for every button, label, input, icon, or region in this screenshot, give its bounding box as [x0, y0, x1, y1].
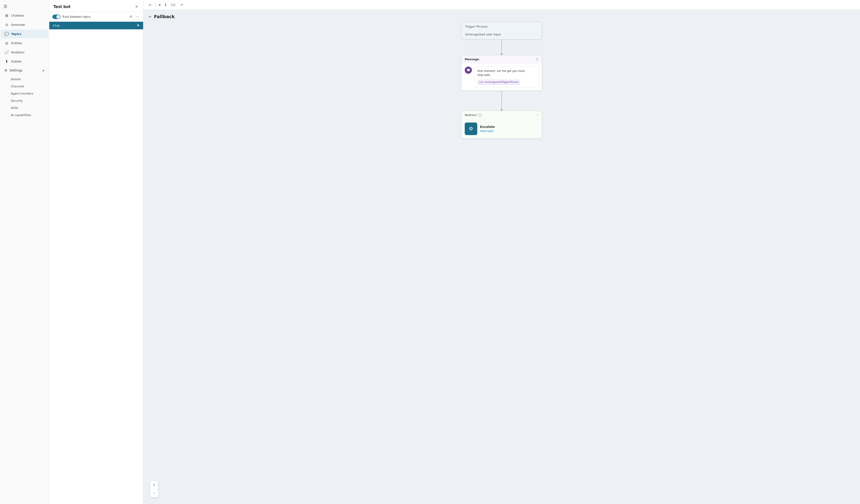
sub-label-details: Details	[11, 77, 21, 81]
sidebar-label-analytics: Analytics	[11, 51, 25, 54]
chatbots-icon: ⊞	[4, 13, 9, 18]
sidebar-label-settings: Settings	[10, 69, 23, 72]
escalate-icon: ⚙	[465, 123, 477, 135]
track-toggle-container: Track between topics	[53, 15, 91, 19]
message-node[interactable]: Message ⋮ 💬 One moment. Let me get you m…	[461, 55, 542, 91]
more-options-icon[interactable]: ⋯	[135, 14, 140, 20]
sidebar-sub-item-ai-capabilities[interactable]: AI capabilities	[1, 112, 48, 118]
redirect-header-label: Redirect	[465, 113, 477, 117]
canvas: ← Fallback Trigger Phrases Unrecognized …	[143, 10, 860, 504]
zoom-in-button[interactable]: +	[150, 481, 158, 489]
trigger-node[interactable]: Trigger Phrases Unrecognized user input	[461, 22, 542, 40]
sidebar-sub-item-channels[interactable]: Channels	[1, 83, 48, 90]
analytics-icon: 📈	[4, 50, 9, 55]
connector-dot-2	[501, 109, 503, 111]
chat-tab-label: Chat	[53, 24, 60, 27]
refresh-icon[interactable]: ↺	[128, 14, 133, 20]
variable-name: UnrecognizedTriggerPhrase	[485, 81, 518, 84]
test-panel-header: Test bot ✕	[49, 0, 143, 12]
zoom-out-button[interactable]: −	[150, 489, 158, 497]
connector-line-2	[501, 91, 502, 109]
redirect-node[interactable]: Redirect i ⋮ ⚙ Escalate View topic	[461, 111, 542, 139]
sub-label-channels: Channels	[11, 85, 24, 88]
overview-icon: ⊙	[4, 23, 9, 27]
test-panel-toolbar: Track between topics ↺ ⋯	[49, 12, 143, 22]
publish-icon: ⬆	[4, 59, 9, 63]
sidebar-label-chatbots: Chatbots	[11, 14, 24, 17]
dropdown-button[interactable]: ▾	[157, 2, 162, 8]
connector-dot-1	[501, 53, 503, 55]
canvas-title: Fallback	[154, 14, 175, 19]
message-text-line1: One moment. Let me get you more	[477, 69, 536, 73]
test-panel-title: Test bot	[53, 4, 71, 9]
sidebar-item-overview[interactable]: ⊙ Overview	[1, 20, 48, 29]
view-topic-link[interactable]: View topic	[480, 129, 495, 133]
sidebar-item-analytics[interactable]: 📈 Analytics	[1, 48, 48, 57]
main-toolbar: ↩ ▾ ℹ {x} ↗	[143, 0, 860, 10]
chat-flag-icon: ⚑	[137, 24, 140, 27]
message-text-line2: help with:	[477, 73, 536, 77]
message-more-icon[interactable]: ⋮	[536, 58, 539, 61]
sidebar-sub-item-agent-transfers[interactable]: Agent transfers	[1, 90, 48, 97]
sidebar-item-publish[interactable]: ⬆ Publish	[1, 57, 48, 66]
sidebar-label-overview: Overview	[11, 23, 25, 26]
sidebar-item-entities[interactable]: ◎ Entities	[1, 39, 48, 47]
entities-icon: ◎	[4, 41, 9, 45]
message-node-body: 💬 One moment. Let me get you more help w…	[462, 63, 542, 90]
tag-button[interactable]: {x}	[169, 2, 177, 8]
hamburger-icon[interactable]: ☰	[0, 2, 49, 11]
chat-tab[interactable]: Chat ⚑	[49, 22, 143, 29]
sidebar-sub-item-skills[interactable]: Skills	[1, 104, 48, 111]
sub-label-agent-transfers: Agent transfers	[11, 92, 33, 95]
trigger-header-label: Trigger Phrases	[465, 25, 488, 28]
zoom-controls: + −	[150, 481, 158, 497]
message-bubble: One moment. Let me get you more help wit…	[475, 67, 539, 87]
escalate-info: Escalate View topic	[480, 125, 495, 133]
topics-icon: 💬	[4, 32, 9, 36]
close-button[interactable]: ✕	[134, 4, 139, 10]
settings-submenu: Details Channels Agent transfers Securit…	[0, 75, 49, 119]
settings-icon: ⚙	[4, 69, 8, 72]
sidebar: ☰ ⊞ Chatbots ⊙ Overview 💬 Topics ◎ Entit…	[0, 0, 49, 504]
redirect-info-icon[interactable]: i	[478, 113, 482, 117]
message-node-header: Message ⋮	[462, 55, 542, 63]
undo-button[interactable]: ↩	[147, 2, 154, 8]
settings-chevron-icon: ∧	[42, 69, 45, 72]
test-panel: Test bot ✕ Track between topics ↺ ⋯ Chat…	[49, 0, 143, 504]
redirect-more-icon[interactable]: ⋮	[536, 113, 539, 117]
sub-label-ai-capabilities: AI capabilities	[11, 113, 31, 117]
variable-prefix: {x}	[479, 81, 484, 84]
track-between-topics-toggle[interactable]	[53, 15, 60, 19]
trigger-node-header: Trigger Phrases	[462, 22, 542, 31]
expand-button[interactable]: ↗	[178, 2, 185, 8]
chat-body	[49, 29, 143, 504]
back-button[interactable]: ←	[149, 15, 152, 19]
escalate-title: Escalate	[480, 125, 495, 129]
test-toolbar-icons: ↺ ⋯	[128, 14, 140, 20]
sub-label-skills: Skills	[11, 106, 18, 110]
sidebar-item-settings[interactable]: ⚙ Settings ∧	[1, 66, 48, 74]
sidebar-item-chatbots[interactable]: ⊞ Chatbots	[1, 11, 48, 20]
connector-line-1	[501, 40, 502, 53]
flow-container: Trigger Phrases Unrecognized user input …	[143, 22, 860, 144]
canvas-header: ← Fallback	[143, 10, 860, 22]
message-header-label: Message	[465, 58, 479, 61]
sidebar-label-publish: Publish	[11, 60, 22, 63]
trigger-node-body: Unrecognized user input	[462, 31, 542, 39]
trigger-phrase: Unrecognized user input	[465, 33, 501, 36]
sidebar-sub-item-details[interactable]: Details	[1, 76, 48, 83]
track-toggle-label: Track between topics	[62, 15, 91, 18]
info-button[interactable]: ℹ	[163, 2, 168, 8]
redirect-node-header: Redirect i ⋮	[462, 111, 542, 119]
sub-label-security: Security	[11, 99, 23, 102]
main-area: ↩ ▾ ℹ {x} ↗ ← Fallback Trigger Phrases U…	[143, 0, 860, 504]
message-variable: {x} UnrecognizedTriggerPhrase	[477, 80, 520, 85]
sidebar-item-topics[interactable]: 💬 Topics	[1, 30, 48, 38]
avatar: 💬	[465, 67, 472, 74]
redirect-node-body: ⚙ Escalate View topic	[462, 119, 542, 138]
sidebar-label-entities: Entities	[11, 41, 22, 45]
sidebar-sub-item-security[interactable]: Security	[1, 97, 48, 104]
sidebar-label-topics: Topics	[11, 32, 21, 35]
